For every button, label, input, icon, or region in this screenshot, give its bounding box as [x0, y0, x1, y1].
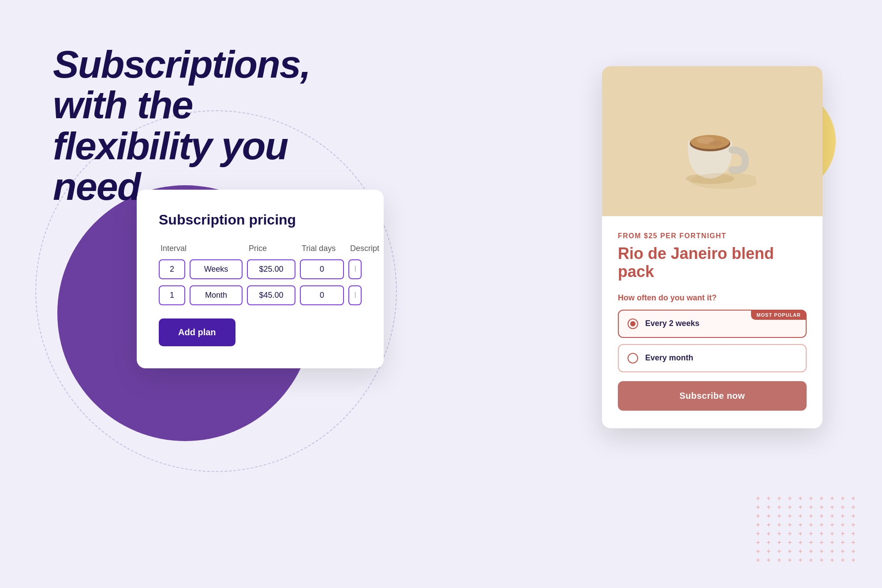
plus-grid-decoration: ++++++++++++++++++++++++++++++++++++++++…: [754, 495, 858, 564]
plus-decoration: +: [817, 521, 826, 528]
plus-decoration: +: [764, 548, 773, 555]
plus-decoration: +: [754, 557, 762, 564]
interval-num-input-1[interactable]: [159, 259, 185, 279]
plus-decoration: +: [764, 530, 773, 537]
pricing-card: Subscription pricing Interval Price Tria…: [137, 190, 384, 368]
plus-decoration: +: [775, 530, 784, 537]
col-header-trial: Trial days: [302, 244, 346, 253]
plus-decoration: +: [754, 530, 762, 537]
plus-decoration: +: [828, 548, 837, 555]
plus-decoration: +: [817, 513, 826, 520]
plus-decoration: +: [796, 495, 805, 502]
plus-decoration: +: [764, 539, 773, 546]
table-row: [159, 259, 362, 279]
plus-decoration: +: [849, 513, 858, 520]
option-every-2-weeks-label: Every 2 weeks: [645, 319, 699, 328]
price-input-2[interactable]: [247, 285, 295, 305]
plus-decoration: +: [817, 530, 826, 537]
plus-decoration: +: [838, 513, 847, 520]
plus-decoration: +: [838, 548, 847, 555]
plus-decoration: +: [796, 557, 805, 564]
trial-days-input-1[interactable]: [300, 259, 344, 279]
plus-decoration: +: [796, 521, 805, 528]
plus-decoration: +: [817, 504, 826, 511]
plus-decoration: +: [807, 557, 815, 564]
plus-decoration: +: [785, 513, 794, 520]
price-input-1[interactable]: [247, 259, 295, 279]
plus-decoration: +: [828, 539, 837, 546]
plus-decoration: +: [785, 521, 794, 528]
interval-num-input-2[interactable]: [159, 285, 185, 305]
col-header-interval: Interval: [161, 244, 187, 253]
plus-decoration: +: [838, 530, 847, 537]
description-input-2[interactable]: [348, 285, 362, 305]
plus-decoration: +: [807, 504, 815, 511]
interval-unit-input-2[interactable]: [190, 285, 243, 305]
plus-decoration: +: [785, 530, 794, 537]
plus-decoration: +: [785, 495, 794, 502]
plus-decoration: +: [838, 504, 847, 511]
plus-decoration: +: [775, 557, 784, 564]
plus-decoration: +: [754, 539, 762, 546]
plus-decoration: +: [796, 530, 805, 537]
plus-decoration: +: [775, 513, 784, 520]
col-header-desc: Descript: [350, 244, 379, 253]
plus-decoration: +: [838, 495, 847, 502]
trial-days-input-2[interactable]: [300, 285, 344, 305]
option-every-2-weeks[interactable]: Every 2 weeks MOST POPULAR: [618, 310, 807, 338]
table-row: [159, 285, 362, 305]
plus-decoration: +: [807, 513, 815, 520]
plus-decoration: +: [817, 539, 826, 546]
pricing-table-header: Interval Price Trial days Descript: [159, 244, 362, 253]
plus-decoration: +: [785, 557, 794, 564]
plus-decoration: +: [764, 504, 773, 511]
option-every-month[interactable]: Every month: [618, 344, 807, 372]
plus-decoration: +: [764, 557, 773, 564]
most-popular-badge: MOST POPULAR: [751, 310, 806, 320]
svg-point-4: [709, 141, 722, 146]
plus-decoration: +: [775, 539, 784, 546]
plus-decoration: +: [817, 548, 826, 555]
plus-decoration: +: [849, 530, 858, 537]
plus-decoration: +: [849, 504, 858, 511]
coffee-cup-illustration: [668, 93, 756, 190]
radio-inner-selected: [630, 321, 635, 326]
hero-section: Subscriptions, with the flexibility you …: [53, 44, 353, 207]
plus-decoration: +: [828, 513, 837, 520]
pricing-card-title: Subscription pricing: [159, 212, 362, 228]
plus-decoration: +: [764, 521, 773, 528]
col-header-unit: [191, 244, 244, 253]
plus-decoration: +: [775, 495, 784, 502]
plus-decoration: +: [849, 557, 858, 564]
plus-decoration: +: [807, 495, 815, 502]
plus-decoration: +: [754, 521, 762, 528]
plus-decoration: +: [785, 548, 794, 555]
option-every-month-label: Every month: [645, 353, 693, 363]
plus-decoration: +: [754, 548, 762, 555]
plus-decoration: +: [796, 539, 805, 546]
add-plan-button[interactable]: Add plan: [159, 318, 235, 346]
interval-unit-input-1[interactable]: [190, 259, 243, 279]
product-title: Rio de Janeiro blend pack: [618, 244, 807, 281]
plus-decoration: +: [849, 521, 858, 528]
radio-every-2-weeks: [628, 318, 638, 329]
description-input-1[interactable]: [348, 259, 362, 279]
plus-decoration: +: [838, 539, 847, 546]
hero-title: Subscriptions, with the flexibility you …: [53, 44, 353, 207]
radio-every-month: [628, 353, 638, 363]
plus-decoration: +: [807, 548, 815, 555]
subscribe-button[interactable]: Subscribe now: [618, 381, 807, 411]
plus-decoration: +: [828, 557, 837, 564]
product-body: FROM $25 PER FORTNIGHT Rio de Janeiro bl…: [602, 216, 822, 428]
product-image-area: [602, 66, 822, 216]
plus-decoration: +: [849, 539, 858, 546]
plus-decoration: +: [775, 521, 784, 528]
plus-decoration: +: [849, 495, 858, 502]
plus-decoration: +: [817, 557, 826, 564]
plus-decoration: +: [754, 513, 762, 520]
plus-decoration: +: [764, 495, 773, 502]
plus-decoration: +: [828, 530, 837, 537]
plus-decoration: +: [807, 539, 815, 546]
plus-decoration: +: [785, 539, 794, 546]
plus-decoration: +: [785, 504, 794, 511]
